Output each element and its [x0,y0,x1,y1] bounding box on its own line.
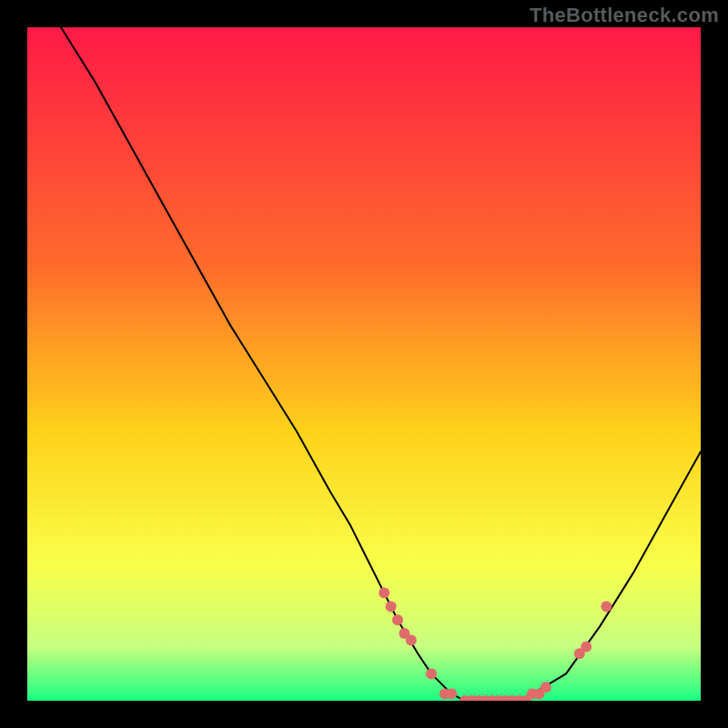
marker-point [601,601,612,612]
marker-point [386,601,397,612]
plot-area [27,27,701,701]
gradient-background [27,27,701,701]
marker-point [581,642,592,652]
chart-svg [27,27,701,701]
marker-point [426,668,437,679]
marker-point [379,588,389,599]
marker-point [446,689,457,700]
watermark-text: TheBottleneck.com [530,4,719,27]
marker-point [392,614,403,625]
chart-frame: TheBottleneck.com [0,0,728,728]
marker-point [541,682,551,693]
marker-point [406,634,417,645]
